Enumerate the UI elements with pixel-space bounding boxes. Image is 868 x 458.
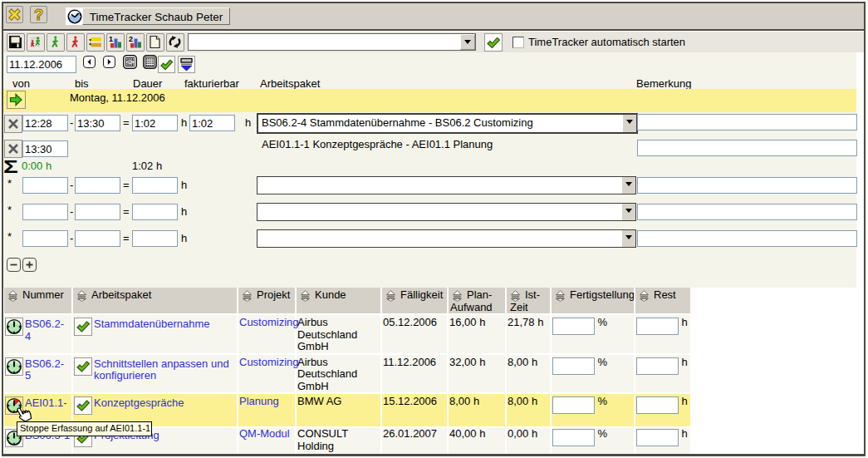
svg-text:?: ? <box>34 7 44 22</box>
svg-text:1: 1 <box>109 35 113 43</box>
svg-text:2: 2 <box>129 35 133 43</box>
